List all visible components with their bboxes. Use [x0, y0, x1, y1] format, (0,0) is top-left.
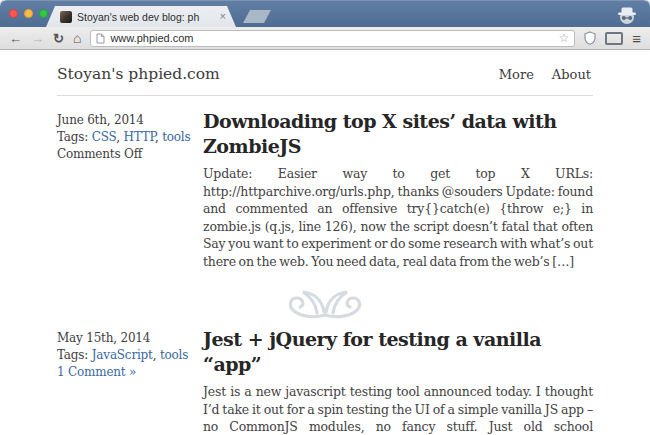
nav-link-about[interactable]: About	[552, 67, 591, 82]
post-body: Downloading top X sites’ data with Zombi…	[203, 109, 593, 270]
profile-spy-icon[interactable]	[616, 5, 638, 25]
shield-icon[interactable]	[584, 31, 596, 45]
post-comments-link: 1 Comment »	[57, 364, 203, 381]
tag-link[interactable]: JavaScript	[92, 348, 153, 362]
page-viewport: Stoyan's phpied.com More About June 6th,…	[0, 50, 650, 435]
minimize-window-button[interactable]	[24, 9, 33, 18]
tab-title: Stoyan's web dev blog: ph	[77, 11, 216, 23]
post-meta: June 6th, 2014 Tags: CSS HTTP tools Comm…	[57, 109, 203, 270]
tab-favicon	[60, 11, 72, 23]
tag-item: HTTP	[123, 130, 162, 144]
post-title-link[interactable]: Downloading top X sites’ data with Zombi…	[203, 110, 557, 157]
post-title: Downloading top X sites’ data with Zombi…	[203, 109, 593, 159]
tag-item: tools	[160, 348, 188, 362]
window-controls	[9, 9, 48, 18]
post-comments-status: Comments Off	[57, 146, 203, 163]
flourish-ornament-icon	[277, 285, 373, 323]
tag-link[interactable]: HTTP	[123, 130, 155, 144]
post-date: May 15th, 2014	[57, 330, 203, 347]
post-separator	[57, 285, 593, 323]
site-header: Stoyan's phpied.com More About	[57, 50, 593, 96]
post-body: Jest + jQuery for testing a vanilla “app…	[203, 327, 593, 435]
bookmark-star-icon[interactable]: ☆	[558, 32, 569, 44]
post-tags: Tags: CSS HTTP tools	[57, 129, 203, 146]
site-nav: More About	[499, 67, 591, 82]
tag-link[interactable]: tools	[160, 348, 188, 362]
home-icon[interactable]: ⌂	[73, 31, 81, 45]
tag-item: tools	[162, 130, 190, 144]
post-article: June 6th, 2014 Tags: CSS HTTP tools Comm…	[57, 109, 593, 270]
tag-item: JavaScript	[92, 348, 160, 362]
post-title: Jest + jQuery for testing a vanilla “app…	[203, 327, 593, 377]
url-text[interactable]: www.phpied.com	[110, 32, 553, 44]
address-bar[interactable]: www.phpied.com ☆	[90, 30, 575, 47]
back-icon[interactable]: ←	[9, 32, 22, 45]
browser-toolbar: ← → ↻ ⌂ www.phpied.com ☆ ≡	[0, 27, 650, 50]
page-icon	[96, 33, 105, 44]
extension-icon[interactable]	[605, 32, 623, 45]
comments-link[interactable]: 1 Comment »	[57, 365, 136, 379]
tags-label: Tags:	[57, 348, 88, 362]
post-excerpt: Jest is a new javascript testing tool an…	[203, 383, 593, 435]
tag-link[interactable]: CSS	[92, 130, 116, 144]
page-content: Stoyan's phpied.com More About June 6th,…	[57, 50, 593, 435]
tag-link[interactable]: tools	[162, 130, 190, 144]
post-tags: Tags: JavaScript tools	[57, 347, 203, 364]
post-meta: May 15th, 2014 Tags: JavaScript tools 1 …	[57, 327, 203, 435]
close-window-button[interactable]	[9, 9, 18, 18]
browser-window: Stoyan's web dev blog: ph × ← → ↻ ⌂ www.…	[0, 0, 650, 435]
forward-icon[interactable]: →	[31, 32, 44, 45]
post-title-link[interactable]: Jest + jQuery for testing a vanilla “app…	[203, 328, 541, 375]
zoom-window-button[interactable]	[39, 9, 48, 18]
post-article: May 15th, 2014 Tags: JavaScript tools 1 …	[57, 327, 593, 435]
menu-icon[interactable]: ≡	[632, 31, 641, 46]
nav-link-more[interactable]: More	[499, 67, 534, 82]
post-excerpt: Update: Easier way to get top X URLs: ht…	[203, 165, 593, 270]
reload-icon[interactable]: ↻	[53, 32, 64, 45]
new-tab-button[interactable]	[243, 10, 271, 23]
tab-close-icon[interactable]: ×	[220, 11, 226, 22]
browser-tab[interactable]: Stoyan's web dev blog: ph ×	[46, 6, 236, 27]
site-title[interactable]: Stoyan's phpied.com	[57, 65, 220, 83]
titlebar: Stoyan's web dev blog: ph ×	[0, 0, 650, 27]
tags-label: Tags:	[57, 130, 88, 144]
tag-item: CSS	[92, 130, 124, 144]
post-date: June 6th, 2014	[57, 112, 203, 129]
